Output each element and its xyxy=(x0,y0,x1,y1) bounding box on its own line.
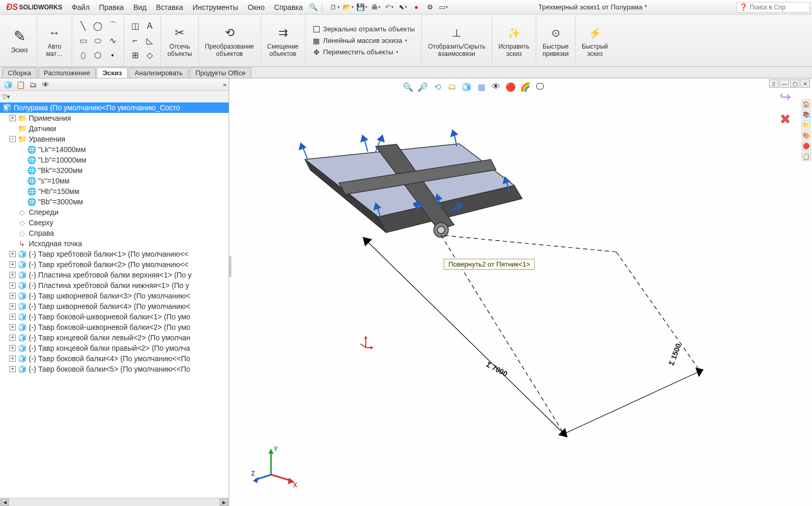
plane-icon[interactable]: ◫ xyxy=(128,19,142,33)
tree-part-1[interactable]: +🧊(-) Тавр хребтовой балки<2> (По умолча… xyxy=(0,259,229,270)
options-icon[interactable]: ⚙ xyxy=(425,2,435,13)
zoom-area-icon[interactable]: 🔎 xyxy=(416,80,429,93)
tab-layout[interactable]: Расположение xyxy=(38,67,96,78)
trim-button[interactable]: ✂ Отсечь объекты xyxy=(165,22,194,58)
show-hide-relations-button[interactable]: ⊥ Отобразить/Скрыть взаимосвязи xyxy=(426,22,488,58)
rectangle-icon[interactable]: ▭ xyxy=(76,34,90,48)
view-settings-icon[interactable]: 🖵 xyxy=(534,80,546,93)
rapid-sketch-button[interactable]: ⚡ Быстрый эскиз xyxy=(580,22,610,58)
scroll-left-icon[interactable]: ◀ xyxy=(1,499,9,506)
tree-sensors[interactable]: 📁 Датчики xyxy=(0,123,229,134)
tree-part-3[interactable]: +🧊(-) Пластина хребтовой балки нижняя<1>… xyxy=(0,280,229,291)
scene-icon[interactable]: 🌈 xyxy=(519,80,532,93)
tree-eq-4[interactable]: 🌐"Hb"=150мм xyxy=(0,186,229,197)
print-icon[interactable]: 🖶▾ xyxy=(370,2,381,13)
quick-snaps-button[interactable]: ⊙ Быстрые привязки xyxy=(540,22,571,58)
tree-part-0[interactable]: +🧊(-) Тавр хребтовой балки<1> (По умолча… xyxy=(0,249,229,259)
open-icon[interactable]: 📂▾ xyxy=(343,2,354,13)
menu-tools[interactable]: Инструменты xyxy=(188,2,242,13)
tp-explorer-icon[interactable]: 📁 xyxy=(802,120,811,130)
select-icon[interactable]: ⬉▾ xyxy=(398,2,408,13)
chamfer-icon[interactable]: ◺ xyxy=(143,34,156,48)
orientation-triad[interactable]: Y X Z xyxy=(250,443,297,490)
prev-view-icon[interactable]: ⟲ xyxy=(431,80,444,93)
tree-notes[interactable]: + 📁 Примечания xyxy=(0,113,229,123)
tree-part-6[interactable]: +🧊(-) Тавр боковой-шкворневой балки<1> (… xyxy=(0,312,229,322)
tree-equations[interactable]: − 📁 Уравнения xyxy=(0,134,229,144)
tp-properties-icon[interactable]: 📋 xyxy=(802,152,811,161)
rebuild-icon[interactable]: ● xyxy=(411,2,422,13)
menu-view[interactable]: Вид xyxy=(129,2,151,13)
tree-part-4[interactable]: +🧊(-) Тавр шкворневой балки<3> (По умолч… xyxy=(0,291,229,301)
ellipse-icon[interactable]: ⬯ xyxy=(76,49,90,62)
splitter-handle[interactable]: ⋮ xyxy=(229,256,231,277)
tree-root[interactable]: 🧊 Полурама (По умолчанию<По умолчанию_Со… xyxy=(0,102,229,113)
tree-plane-front[interactable]: ◇Спереди xyxy=(0,207,229,217)
slot-icon[interactable]: ⬭ xyxy=(91,34,105,48)
misc-icon[interactable]: ⊞ xyxy=(128,49,142,62)
search-input[interactable] xyxy=(750,4,802,11)
undo-icon[interactable]: ↶▾ xyxy=(384,2,394,13)
search-icon[interactable]: 🔍 xyxy=(308,2,319,13)
cancel-icon[interactable]: ✖ xyxy=(780,111,791,128)
arc-icon[interactable]: ⌒ xyxy=(106,19,119,33)
tree-eq-5[interactable]: 🌐"Bb"=3000мм xyxy=(0,197,229,207)
repair-sketch-button[interactable]: ✨ Исправить эскиз xyxy=(497,22,532,58)
property-tab-icon[interactable]: 📋 xyxy=(15,79,26,90)
appearance-icon[interactable]: 🔴 xyxy=(504,80,517,93)
close-icon[interactable]: ✕ xyxy=(800,79,810,88)
feature-tree[interactable]: 🧊 Полурама (По умолчанию<По умолчанию_Со… xyxy=(0,102,229,498)
h-scrollbar[interactable]: ◀ ▶ xyxy=(0,498,229,506)
text-icon[interactable]: A xyxy=(143,19,156,33)
minimize-icon[interactable]: — xyxy=(780,79,789,88)
help-search[interactable]: ❓ xyxy=(737,2,810,13)
tab-sketch[interactable]: Эскиз xyxy=(97,67,128,78)
line-icon[interactable]: ╲ xyxy=(76,19,90,33)
menu-insert[interactable]: Вставка xyxy=(152,2,187,13)
config-tab-icon[interactable]: 🗂 xyxy=(27,79,39,90)
misc2-icon[interactable]: ◇ xyxy=(143,49,156,62)
tp-home-icon[interactable]: 🏠 xyxy=(802,99,811,109)
menu-file[interactable]: Файл xyxy=(67,2,94,13)
fillet-icon[interactable]: ⌐ xyxy=(128,34,142,48)
convert-button[interactable]: ⟲ Преобразование объектов xyxy=(203,22,256,58)
new-icon[interactable]: 🗋▾ xyxy=(330,2,340,13)
tree-plane-top[interactable]: ◇Сверху xyxy=(0,217,229,228)
tp-palette-icon[interactable]: 🎨 xyxy=(802,131,811,140)
feature-tree-tab-icon[interactable]: 🧊 xyxy=(2,79,14,90)
zoom-fit-icon[interactable]: 🔍 xyxy=(402,80,414,93)
tab-office[interactable]: Продукты Office xyxy=(189,67,251,78)
dimension-1500[interactable]: Σ 1500 xyxy=(667,342,683,366)
display-tab-icon[interactable]: 👁 xyxy=(40,79,51,90)
polygon-icon[interactable]: ⬡ xyxy=(91,49,105,62)
tab-evaluate[interactable]: Анализировать xyxy=(129,67,188,78)
auto-dimension-button[interactable]: ↔ Авто мат… xyxy=(41,22,67,58)
save-icon[interactable]: 💾▾ xyxy=(357,2,367,13)
tree-part-9[interactable]: +🧊(-) Тавр концевой балки правый<2> (По … xyxy=(0,343,229,353)
tree-plane-right[interactable]: ◇Справа xyxy=(0,228,229,238)
circle-icon[interactable]: ◯ xyxy=(91,19,105,33)
section-view-icon[interactable]: 🗂 xyxy=(446,80,458,93)
menu-edit[interactable]: Правка xyxy=(95,2,128,13)
offset-button[interactable]: ⇉ Смещение объектов xyxy=(265,22,301,58)
tree-part-10[interactable]: +🧊(-) Тавр боковой балки<4> (По умолчани… xyxy=(0,353,229,364)
display-style-icon[interactable]: ▦ xyxy=(475,80,488,93)
maximize-icon[interactable]: ▢ xyxy=(790,79,799,88)
graphics-viewport[interactable]: ⋮ 🔍 🔎 ⟲ 🗂 🧊 ▦ 👁 🔴 🌈 🖵 ▯ — ▢ ✕ ↪ ✖ 🏠 📚 xyxy=(229,78,812,506)
hide-show-icon[interactable]: 👁 xyxy=(490,80,502,93)
point-icon[interactable]: • xyxy=(106,49,119,62)
view-orientation-icon[interactable]: 🧊 xyxy=(460,80,473,93)
menu-help[interactable]: Справка xyxy=(270,2,307,13)
tree-eq-1[interactable]: 🌐"Lb"=10000мм xyxy=(0,155,229,165)
exit-sketch-icon[interactable]: ↪ xyxy=(780,89,791,105)
tp-library-icon[interactable]: 📚 xyxy=(802,110,811,119)
tree-part-5[interactable]: +🧊(-) Тавр шкворневой балки<4> (По умолч… xyxy=(0,301,229,312)
move-button[interactable]: ✥ Переместить объекты ▾ xyxy=(310,47,417,58)
tree-eq-0[interactable]: 🌐"Lk"=14000мм xyxy=(0,144,229,155)
tree-part-2[interactable]: +🧊(-) Пластина хребтовой балки верхняя<1… xyxy=(0,270,229,280)
tree-part-7[interactable]: +🧊(-) Тавр боковой-шкворневой балки<2> (… xyxy=(0,322,229,332)
tree-eq-2[interactable]: 🌐"Bk"=3200мм xyxy=(0,165,229,176)
tp-appearance-icon[interactable]: 🔴 xyxy=(802,141,811,151)
mirror-button[interactable]: 🞎 Зеркально отразить объекты xyxy=(310,24,417,34)
dimension-7000[interactable]: Σ 7000 xyxy=(485,360,509,378)
